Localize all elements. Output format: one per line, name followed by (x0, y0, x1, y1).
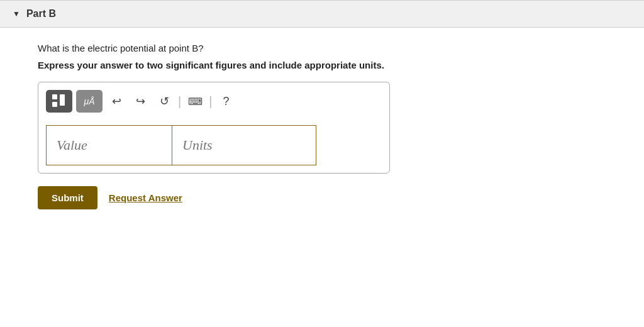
redo-icon: ↪ (136, 94, 145, 108)
undo-button[interactable]: ↩ (106, 91, 126, 111)
mu-symbol: μÅ (84, 96, 94, 106)
help-icon: ? (223, 95, 229, 108)
keyboard-button[interactable]: ⌨ (185, 91, 205, 111)
reset-icon: ↺ (160, 94, 169, 108)
layout-icon (52, 94, 66, 108)
chevron-down-icon: ▼ (13, 9, 20, 18)
part-header: ▼ Part B (0, 0, 644, 28)
value-input[interactable] (46, 125, 172, 165)
question-text: What is the electric potential at point … (38, 43, 606, 53)
separator: | (178, 94, 181, 109)
keyboard-icon: ⌨ (188, 96, 203, 108)
undo-icon: ↩ (112, 94, 121, 108)
separator2: | (209, 94, 212, 109)
symbol-button[interactable]: μÅ (76, 90, 103, 113)
layout-button[interactable] (46, 90, 72, 113)
redo-button[interactable]: ↪ (130, 91, 150, 111)
answer-box: μÅ ↩ ↪ ↺ | ⌨ | (38, 82, 390, 174)
help-button[interactable]: ? (216, 91, 236, 111)
request-answer-link[interactable]: Request Answer (109, 192, 182, 203)
input-row (46, 125, 382, 165)
part-title: Part B (26, 8, 56, 19)
toolbar: μÅ ↩ ↪ ↺ | ⌨ | (46, 90, 382, 118)
submit-button[interactable]: Submit (38, 186, 97, 209)
actions-row: Submit Request Answer (38, 186, 606, 209)
units-input[interactable] (172, 125, 316, 165)
instruction-text: Express your answer to two significant f… (38, 60, 606, 70)
content-area: What is the electric potential at point … (0, 28, 644, 224)
reset-button[interactable]: ↺ (154, 91, 174, 111)
page-container: ▼ Part B What is the electric potential … (0, 0, 644, 327)
